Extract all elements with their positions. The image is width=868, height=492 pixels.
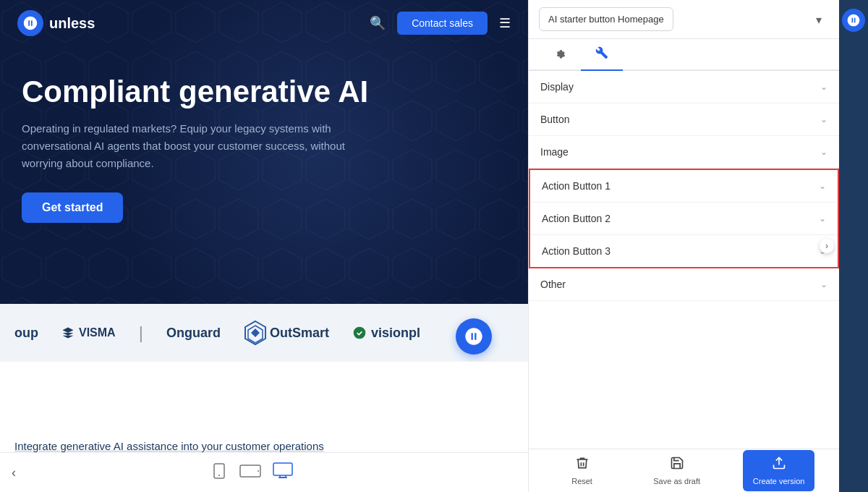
- panel-footer: Reset Save as draft Create version: [529, 449, 839, 492]
- ai-chat-icon: [464, 326, 484, 347]
- logos-inner: oup VISMA | Onguard OutSmart visionpl: [0, 320, 435, 346]
- section-label: Action Button 3: [542, 245, 610, 257]
- avatar-icon: [846, 13, 861, 27]
- section-label: Other: [540, 279, 566, 290]
- create-version-button[interactable]: Create version: [743, 450, 815, 491]
- chevron-down-icon: ⌄: [819, 213, 826, 224]
- sections-list: Display ⌄ Button ⌄ Image ⌄ Action Button…: [529, 71, 839, 449]
- svg-rect-8: [273, 463, 292, 475]
- far-right-avatar: [842, 9, 865, 32]
- logo-item-oup: oup: [14, 326, 38, 341]
- section-label: Display: [540, 81, 574, 93]
- chevron-right-icon: ›: [825, 241, 828, 251]
- logo-item-outsmart: OutSmart: [244, 320, 329, 346]
- svg-point-2: [354, 327, 366, 339]
- preview-area: unless 🔍 Contact sales ☰ Compliant gener…: [0, 0, 528, 492]
- panel-dropdown-wrapper[interactable]: AI starter button Homepage: [539, 7, 829, 31]
- visionpl-icon: [352, 326, 367, 340]
- landscape-tablet-icon[interactable]: [239, 462, 261, 483]
- chevron-down-icon: ⌄: [820, 114, 827, 124]
- far-right-sidebar: [839, 0, 868, 492]
- logo-area: unless: [17, 10, 370, 36]
- tablet-icon[interactable]: [210, 462, 228, 483]
- create-version-icon: [772, 456, 786, 474]
- chevron-down-icon: ⌄: [820, 82, 827, 92]
- svg-point-7: [258, 470, 259, 472]
- collapse-panel-button[interactable]: ›: [820, 239, 834, 253]
- section-label: Action Button 1: [542, 180, 610, 192]
- right-panel: AI starter button Homepage Display ⌄ But…: [528, 0, 839, 492]
- section-other[interactable]: Other ⌄: [529, 268, 839, 301]
- component-dropdown[interactable]: AI starter button Homepage: [539, 7, 673, 31]
- hero-section: unless 🔍 Contact sales ☰ Compliant gener…: [0, 0, 528, 304]
- search-icon[interactable]: 🔍: [370, 15, 386, 31]
- logo-item-onguard: Onguard: [166, 326, 221, 341]
- panel-tabs: [529, 39, 839, 71]
- panel-header: AI starter button Homepage: [529, 0, 839, 39]
- section-action-btn-3[interactable]: Action Button 3 ⌄: [530, 235, 838, 267]
- contact-sales-button[interactable]: Contact sales: [397, 12, 488, 35]
- logo-item-visionpl: visionpl: [352, 326, 420, 341]
- section-action-btn-1[interactable]: Action Button 1 ⌄: [530, 170, 838, 203]
- hero-content: Compliant generative AI Operating in reg…: [0, 46, 528, 245]
- chevron-down-icon: ⌄: [819, 181, 826, 191]
- trash-icon: [575, 456, 590, 474]
- svg-point-5: [218, 475, 220, 476]
- chevron-down-icon: ⌄: [820, 279, 827, 289]
- logo-text: unless: [49, 15, 95, 32]
- section-display[interactable]: Display ⌄: [529, 71, 839, 103]
- svg-rect-6: [240, 465, 260, 477]
- logo-item-visma: VISMA: [61, 326, 116, 339]
- tab-settings[interactable]: [539, 39, 581, 69]
- visma-text: VISMA: [79, 326, 116, 339]
- section-action-btn-2[interactable]: Action Button 2 ⌄: [530, 203, 838, 235]
- create-version-label: Create version: [753, 477, 805, 485]
- get-started-button[interactable]: Get started: [22, 192, 123, 223]
- navbar: unless 🔍 Contact sales ☰: [0, 0, 528, 46]
- section-image[interactable]: Image ⌄: [529, 136, 839, 169]
- section-label: Action Button 2: [542, 213, 610, 224]
- logo-icon: [22, 15, 38, 31]
- nav-actions: 🔍 Contact sales ☰: [370, 12, 511, 35]
- save-draft-button[interactable]: Save as draft: [648, 456, 706, 485]
- wrench-icon: [595, 46, 608, 59]
- section-label: Button: [540, 114, 569, 125]
- menu-icon[interactable]: ☰: [499, 15, 511, 31]
- desktop-icon[interactable]: [273, 462, 293, 483]
- save-draft-label: Save as draft: [653, 477, 700, 485]
- bottom-nav: ‹: [0, 452, 528, 492]
- pipe-divider: |: [139, 323, 143, 343]
- hero-subtitle: Operating in regulated markets? Equip yo…: [22, 120, 369, 172]
- reset-label: Reset: [571, 477, 592, 485]
- hero-title: Compliant generative AI: [22, 75, 506, 109]
- visma-icon: [61, 326, 75, 339]
- back-button[interactable]: ‹: [12, 465, 16, 480]
- logos-bar: oup VISMA | Onguard OutSmart visionpl: [0, 304, 528, 362]
- section-label: Image: [540, 146, 569, 158]
- chevron-down-icon: ⌄: [820, 147, 827, 157]
- gear-icon: [553, 46, 566, 59]
- logo-circle: [17, 10, 43, 36]
- section-button[interactable]: Button ⌄: [529, 103, 839, 136]
- device-icons: [210, 462, 293, 483]
- integrate-text: Integrate generative AI assistance into …: [14, 440, 324, 452]
- ai-chat-button[interactable]: [456, 318, 492, 355]
- save-draft-icon: [670, 456, 684, 474]
- reset-button[interactable]: Reset: [553, 456, 611, 485]
- highlighted-group: Action Button 1 ⌄ Action Button 2 ⌄ Acti…: [529, 169, 839, 268]
- outsmart-icon: [244, 320, 267, 346]
- tab-customize[interactable]: [581, 39, 623, 71]
